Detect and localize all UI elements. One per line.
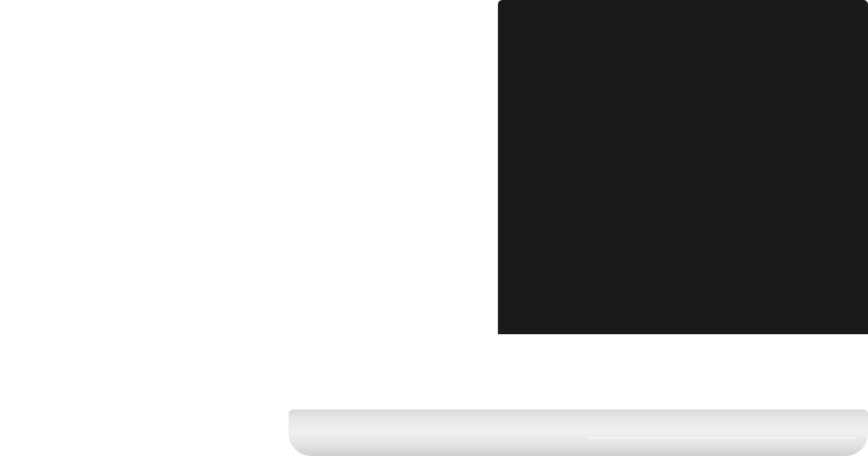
laptop-stand-highlight [588,437,857,439]
laptop-screen-bezel: Tasks Feel blue Feel red Feel yellow Fee… [498,0,868,334]
laptop-stand [289,410,868,456]
white-background [0,0,498,456]
